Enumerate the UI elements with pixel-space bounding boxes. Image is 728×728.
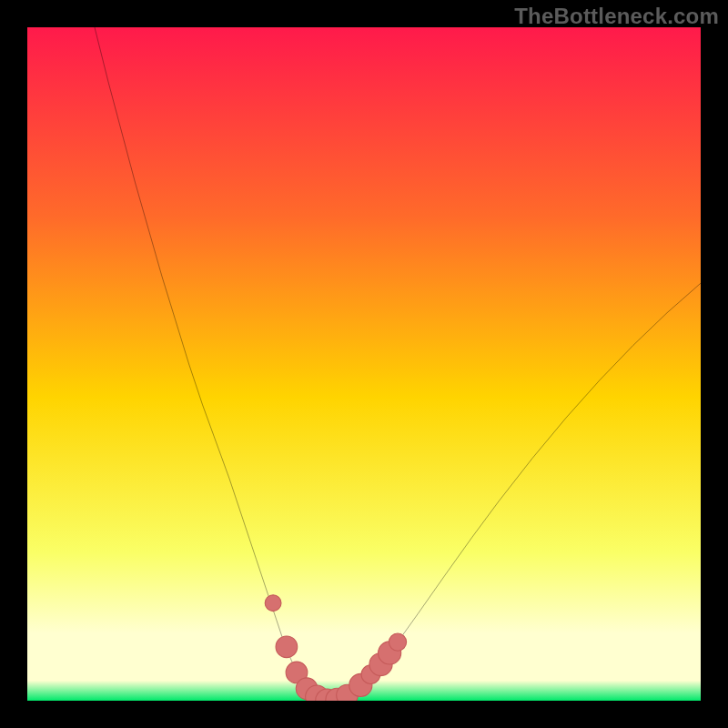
bottleneck-plot (27, 27, 701, 701)
curve-marker (389, 633, 406, 651)
chart-frame: TheBottleneck.com (0, 0, 728, 728)
curve-marker (265, 595, 281, 612)
watermark-text: TheBottleneck.com (514, 4, 719, 29)
heat-gradient-bg (27, 27, 701, 701)
curve-marker (276, 636, 298, 658)
